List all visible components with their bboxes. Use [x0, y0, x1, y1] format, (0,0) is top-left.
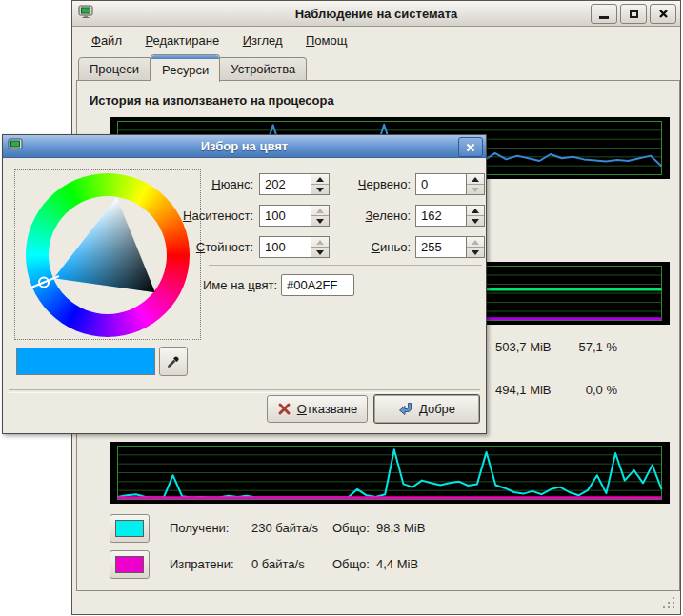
red-label: Червено: — [327, 177, 411, 191]
color-name-label: Име на цвят: — [174, 278, 277, 292]
saturation-label: Наситеност: — [165, 209, 253, 223]
dialog-close-button[interactable] — [458, 137, 483, 157]
spin-up-button[interactable] — [467, 174, 484, 184]
received-rate: 230 байта/s — [251, 521, 318, 535]
main-titlebar[interactable]: Наблюдение на системата — [72, 1, 680, 27]
color-picker-dialog: Избор на цвят — [2, 134, 487, 434]
eyedropper-button[interactable] — [159, 347, 188, 376]
value-label: Стойност: — [165, 240, 253, 254]
desktop: Наблюдение на системата Файл Редактиране… — [0, 0, 683, 616]
saturation-input[interactable]: 100 — [259, 205, 311, 227]
menubar: Файл Редактиране Изглед Помощ — [72, 27, 680, 53]
green-label: Зелено: — [327, 209, 411, 223]
red-spinner[interactable] — [467, 173, 485, 195]
tab-processes[interactable]: Процеси — [78, 57, 151, 81]
sent-rate: 0 байта/s — [251, 557, 305, 571]
blue-spinner[interactable] — [467, 236, 485, 258]
ok-button[interactable]: Добре — [373, 394, 480, 424]
spin-up-button[interactable] — [467, 206, 484, 215]
spin-up-button[interactable] — [467, 237, 484, 247]
cpu-history-title: История на използването на процесора — [90, 93, 334, 108]
maximize-button[interactable] — [620, 4, 647, 24]
close-icon — [658, 9, 669, 19]
ok-label: Добре — [419, 402, 455, 416]
color-wheel[interactable] — [14, 169, 201, 340]
received-color-button[interactable] — [110, 514, 150, 543]
tab-resources[interactable]: Ресурси — [151, 54, 220, 82]
hue-label: Нюанс: — [165, 177, 253, 191]
sent-color-swatch — [115, 556, 144, 573]
blue-input[interactable]: 255 — [415, 236, 467, 258]
window-title: Наблюдение на системата — [72, 7, 680, 21]
resize-grip[interactable] — [662, 596, 676, 610]
blue-label: Синьо: — [327, 240, 411, 254]
spin-down-button[interactable] — [467, 215, 484, 226]
menu-view[interactable]: Изглед — [233, 27, 292, 53]
maximize-icon — [630, 10, 638, 18]
close-icon — [466, 143, 475, 152]
color-name-input[interactable]: #00A2FF — [281, 274, 354, 296]
menu-help[interactable]: Помощ — [296, 27, 356, 53]
network-history-chart — [110, 442, 670, 504]
dialog-title: Избор на цвят — [3, 139, 486, 153]
close-button[interactable] — [650, 4, 676, 24]
statusbar — [72, 588, 680, 614]
received-total: 98,3 MiB — [376, 521, 425, 535]
hue-input[interactable]: 202 — [259, 173, 311, 195]
ok-icon — [398, 402, 413, 416]
cancel-icon — [277, 402, 291, 416]
memory-used-percent: 57,1 % — [525, 340, 617, 354]
red-input[interactable]: 0 — [415, 173, 467, 195]
hsv-triangle[interactable] — [15, 170, 202, 340]
separator — [9, 389, 480, 393]
dialog-titlebar[interactable]: Избор на цвят — [3, 135, 486, 158]
eyedropper-icon — [166, 354, 181, 369]
tab-devices[interactable]: Устройства — [220, 57, 307, 81]
sent-total-label: Общо: — [332, 557, 370, 571]
value-input[interactable]: 100 — [259, 236, 311, 258]
separator — [209, 265, 482, 268]
minimize-icon — [599, 16, 609, 19]
green-input[interactable]: 162 — [415, 205, 467, 227]
color-preview — [16, 348, 155, 375]
spin-down-button[interactable] — [467, 247, 484, 257]
received-label: Получени: — [170, 521, 229, 535]
menu-file[interactable]: Файл — [82, 27, 131, 53]
cancel-button[interactable]: Отказване — [267, 395, 368, 423]
sent-label: Изпратени: — [170, 557, 234, 571]
received-total-label: Общо: — [332, 521, 370, 535]
tab-strip: Процеси Ресурси Устройства — [78, 53, 307, 81]
sent-color-button[interactable] — [110, 550, 150, 579]
minimize-button[interactable] — [591, 4, 617, 24]
received-color-swatch — [115, 520, 144, 537]
spin-down-button[interactable] — [467, 184, 484, 194]
sent-total: 4,4 MiB — [376, 557, 418, 571]
menu-edit[interactable]: Редактиране — [135, 27, 229, 53]
cancel-label: Отказване — [297, 402, 358, 416]
green-spinner[interactable] — [467, 205, 485, 227]
swap-used-percent: 0,0 % — [525, 383, 617, 397]
